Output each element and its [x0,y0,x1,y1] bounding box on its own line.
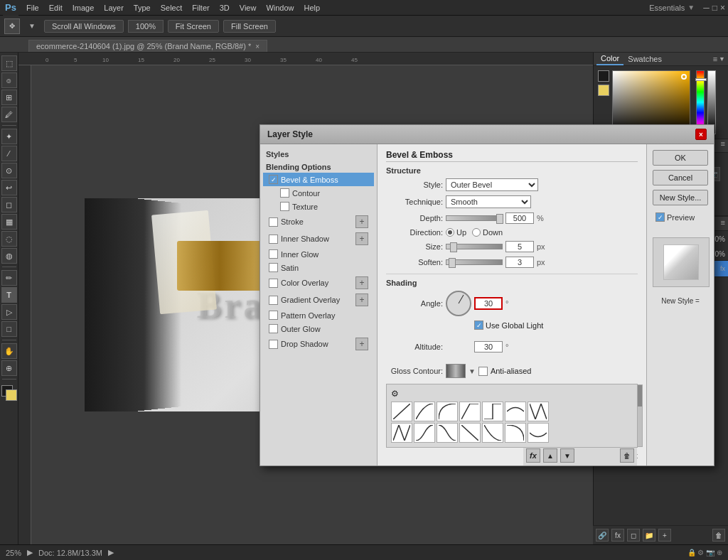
menu-window[interactable]: Window [261,2,299,14]
direction-up-dot[interactable] [446,228,454,237]
gradient-tool[interactable]: ▦ [1,214,17,230]
sidebar-color-overlay[interactable]: Color Overlay + [263,274,374,291]
inner-glow-check[interactable] [269,249,278,259]
close-btn[interactable]: × [720,3,725,13]
contour-gear-btn[interactable]: ⚙ [391,389,399,399]
add-mask-btn[interactable]: ◻ [627,529,640,542]
gradient-overlay-add-btn[interactable]: + [355,294,368,306]
document-tab[interactable]: ecommerce-2140604 (1).jpg @ 25% (Brand N… [28,40,267,52]
contour-item-2[interactable] [414,402,435,421]
spot-heal-tool[interactable]: ✦ [1,129,17,144]
sidebar-stroke[interactable]: Stroke + [263,213,374,230]
depth-slider[interactable] [446,215,503,221]
contour-item-13[interactable] [505,423,526,443]
history-brush-tool[interactable]: ↩ [1,180,17,195]
menu-help[interactable]: Help [299,2,326,14]
tab-swatches[interactable]: Swatches [623,53,666,65]
contour-item-10[interactable] [437,423,458,443]
satin-check[interactable] [269,263,278,272]
spectrum-handle[interactable] [695,78,707,81]
depth-input[interactable] [505,212,534,224]
dialog-fx-btn[interactable]: fx [526,448,540,463]
style-select[interactable]: Outer Bevel [446,178,538,191]
zoom-tool[interactable]: ⊕ [1,360,17,376]
eraser-tool[interactable]: ◻ [1,197,17,212]
fill-screen-btn[interactable]: Fill Screen [223,20,276,33]
bevel-emboss-check[interactable] [269,175,278,184]
menu-select[interactable]: Select [156,2,188,14]
dialog-fx-up-btn[interactable]: ▲ [543,448,557,463]
size-input[interactable] [505,241,534,252]
contour-item-3[interactable] [437,402,458,421]
ok-button[interactable]: OK [653,150,708,166]
eyedropper-tool[interactable]: 🖉 [1,107,17,122]
color-gradient-handle[interactable] [681,74,687,80]
angle-circle[interactable] [446,291,471,316]
menu-type[interactable]: Type [129,2,156,14]
doc-size-arrow[interactable]: ▶ [108,548,114,557]
color-overlay-check[interactable] [269,279,278,288]
color-overlay-add-btn[interactable]: + [355,276,368,289]
delete-layer-btn[interactable]: 🗑 [712,529,725,542]
contour-item-14[interactable] [528,423,549,443]
dialog-fx-down-btn[interactable]: ▼ [560,448,574,463]
background-swatch[interactable] [598,85,609,96]
contour-item-11[interactable] [459,423,481,443]
sidebar-texture[interactable]: Texture [263,200,374,213]
dodge-tool[interactable]: ◍ [1,248,17,264]
sidebar-satin[interactable]: Satin [263,261,374,274]
sidebar-inner-glow[interactable]: Inner Glow [263,247,374,261]
background-color[interactable] [6,389,17,401]
contour-scrollbar[interactable] [637,384,643,447]
stamp-tool[interactable]: ⊙ [1,163,17,178]
maximize-btn[interactable]: □ [712,3,717,13]
menu-layer[interactable]: Layer [99,2,129,14]
add-fx-btn[interactable]: fx [611,529,624,542]
sidebar-inner-shadow[interactable]: Inner Shadow + [263,230,374,247]
contour-scrollbar-thumb[interactable] [638,385,642,406]
size-slider-thumb[interactable] [450,242,457,252]
preview-check[interactable] [655,212,665,222]
size-slider[interactable] [446,244,503,249]
sidebar-gradient-overlay[interactable]: Gradient Overlay + [263,291,374,308]
stroke-add-btn[interactable]: + [355,215,368,228]
direction-down-radio[interactable]: Down [472,228,503,237]
link-layers-btn[interactable]: 🔗 [596,529,609,542]
new-style-button[interactable]: New Style... [653,190,708,205]
shape-tool[interactable]: □ [1,321,17,337]
panel-options-btn[interactable]: ≡ [713,55,717,63]
selection-tool[interactable]: ⬚ [1,55,17,71]
menu-filter[interactable]: Filter [187,2,214,14]
minimize-btn[interactable]: ─ [703,3,710,13]
contour-item-4[interactable] [459,402,481,421]
contour-item-1[interactable] [391,402,412,421]
menu-image[interactable]: Image [68,2,100,14]
hand-tool[interactable]: ✋ [1,343,17,359]
depth-slider-thumb[interactable] [496,214,503,224]
use-global-light-check[interactable] [474,321,483,330]
layers-panel-options[interactable]: ≡ [718,217,728,230]
new-group-btn[interactable]: 📁 [643,529,655,542]
pattern-overlay-check[interactable] [269,311,278,320]
fill-value[interactable]: 0% [715,250,725,258]
tab-color[interactable]: Color [596,53,623,65]
foreground-swatch[interactable] [598,70,609,82]
contour-item-7[interactable] [528,402,549,421]
sidebar-contour[interactable]: Contour [263,186,374,200]
inner-shadow-add-btn[interactable]: + [355,232,368,245]
cancel-button[interactable]: Cancel [653,170,708,185]
sidebar-outer-glow[interactable]: Outer Glow [263,322,374,335]
new-layer-btn[interactable]: + [658,529,671,542]
technique-select[interactable]: Smooth [446,195,531,208]
gloss-contour-preview[interactable] [446,364,466,378]
contour-item-8[interactable] [391,423,412,443]
dialog-close-btn[interactable]: × [695,129,707,140]
menu-3d[interactable]: 3D [215,2,235,14]
crop-tool[interactable]: ⊞ [1,90,17,105]
contour-item-9[interactable] [414,423,435,443]
contour-item-6[interactable] [505,402,526,421]
sidebar-bevel-emboss[interactable]: Bevel & Emboss [263,173,374,186]
direction-up-radio[interactable]: Up [446,228,466,237]
inner-shadow-check[interactable] [269,235,278,244]
drop-shadow-check[interactable] [269,340,278,349]
